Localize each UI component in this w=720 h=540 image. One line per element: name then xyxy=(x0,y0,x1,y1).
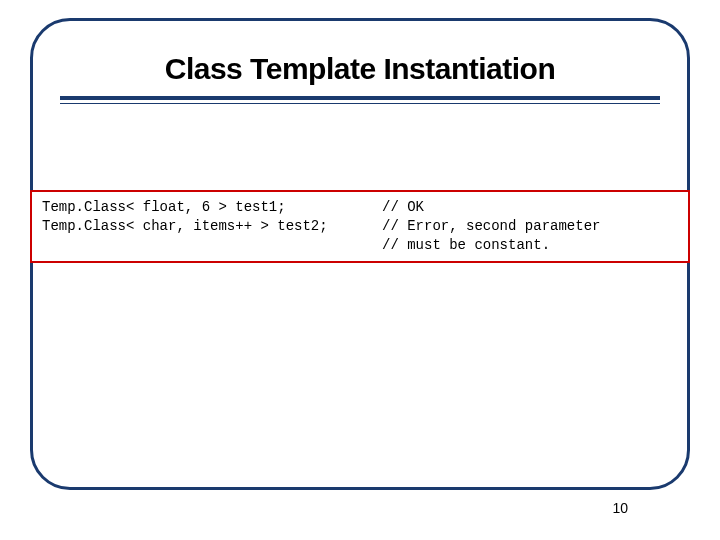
page-number: 10 xyxy=(612,500,628,516)
title-underline-thin xyxy=(60,103,660,104)
code-comment-2: // Error, second parameter xyxy=(382,217,600,236)
title-area: Class Template Instantiation xyxy=(60,52,660,104)
code-line-3: // must be constant. xyxy=(42,236,678,255)
code-comment-3: // must be constant. xyxy=(382,236,550,255)
slide-title: Class Template Instantiation xyxy=(60,52,660,94)
code-block: Temp.Class< float, 6 > test1; // OK Temp… xyxy=(30,190,690,263)
code-statement-3 xyxy=(42,236,382,255)
code-comment-1: // OK xyxy=(382,198,424,217)
code-statement-1: Temp.Class< float, 6 > test1; xyxy=(42,198,382,217)
code-line-1: Temp.Class< float, 6 > test1; // OK xyxy=(42,198,678,217)
code-statement-2: Temp.Class< char, items++ > test2; xyxy=(42,217,382,236)
code-line-2: Temp.Class< char, items++ > test2; // Er… xyxy=(42,217,678,236)
title-underline-thick xyxy=(60,96,660,100)
